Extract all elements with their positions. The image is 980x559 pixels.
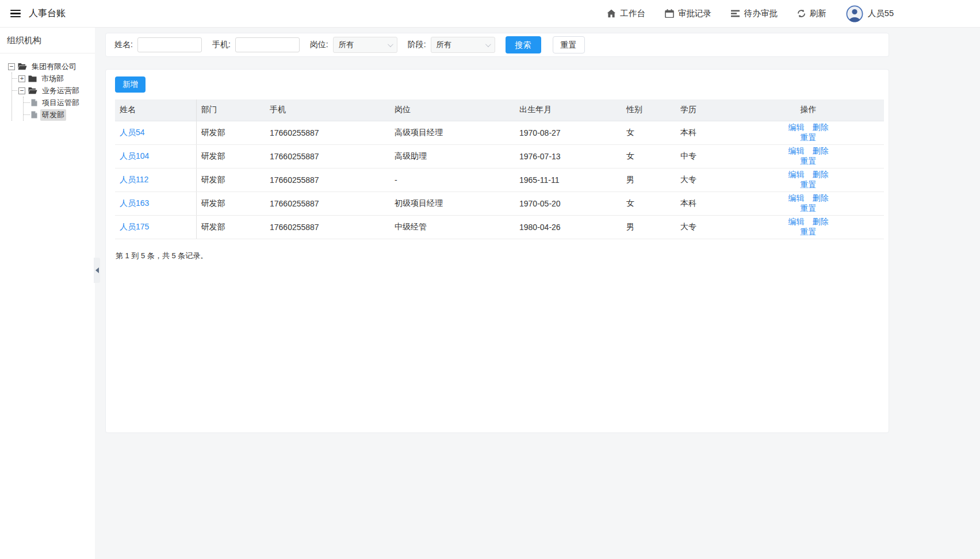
edit-link[interactable]: 编辑	[788, 122, 805, 132]
cell-dept: 研发部	[196, 169, 265, 192]
col-header-education: 学历	[676, 99, 774, 121]
tree-node-label[interactable]: 研发部	[40, 109, 66, 121]
reset-button[interactable]: 重置	[553, 36, 585, 53]
tree-node-rnd-dept[interactable]: 研发部	[24, 109, 93, 121]
file-icon	[31, 111, 37, 118]
personnel-table: 姓名 部门 手机 岗位 出生年月 性别 学历 操作 人员54 研发部 17660…	[115, 99, 884, 240]
tree-node-label[interactable]: 市场部	[40, 73, 66, 85]
expand-toggle-icon[interactable]: +	[18, 75, 25, 82]
cell-birth: 1970-08-27	[515, 121, 622, 145]
reset-link[interactable]: 重置	[801, 227, 817, 236]
top-navbar: 人事台账 工作台 审批记录 待办审批 刷新	[0, 0, 980, 28]
col-header-birth: 出生年月	[515, 99, 622, 121]
stage-filter-label: 阶段:	[408, 40, 426, 50]
sidebar-org: 组织机构 − 集团有限公司 + 市场部 − 业务运营部	[0, 28, 95, 559]
person-link[interactable]: 人员163	[120, 198, 149, 208]
name-filter-label: 姓名:	[114, 40, 133, 50]
table-row: 人员163 研发部 17660255887 初级项目经理 1970-05-20 …	[115, 192, 884, 216]
personnel-panel: 新增 姓名 部门 手机 岗位 出生年月 性别 学历 操作	[105, 69, 889, 433]
tree-node-business-ops[interactable]: − 业务运营部	[12, 85, 93, 97]
nav-item-label: 待办审批	[744, 8, 778, 19]
tree-node-label[interactable]: 集团有限公司	[30, 61, 78, 72]
nav-item-approval-records[interactable]: 审批记录	[665, 8, 711, 19]
reset-link[interactable]: 重置	[801, 204, 817, 213]
table-header-row: 姓名 部门 手机 岗位 出生年月 性别 学历 操作	[115, 99, 884, 121]
reset-link[interactable]: 重置	[801, 156, 817, 166]
cell-gender: 女	[622, 145, 676, 169]
cell-dept: 研发部	[196, 192, 265, 216]
cell-position: 初级项目经理	[390, 192, 515, 216]
col-header-gender: 性别	[622, 99, 676, 121]
edit-link[interactable]: 编辑	[788, 217, 805, 226]
tree-node-company[interactable]: − 集团有限公司	[0, 60, 93, 72]
edit-link[interactable]: 编辑	[788, 146, 805, 155]
cell-dept: 研发部	[196, 216, 265, 239]
record-count-summary: 第 1 到 5 条，共 5 条记录。	[116, 251, 879, 261]
delete-link[interactable]: 删除	[813, 170, 829, 179]
nav-item-workbench[interactable]: 工作台	[607, 8, 645, 19]
tree-node-project-mgmt[interactable]: 项目运管部	[24, 97, 93, 109]
table-row: 人员104 研发部 17660255887 高级助理 1976-07-13 女 …	[115, 145, 884, 169]
nav-item-pending-approvals[interactable]: 待办审批	[731, 8, 778, 19]
cell-phone: 17660255887	[265, 192, 390, 216]
reset-link[interactable]: 重置	[801, 133, 817, 142]
delete-link[interactable]: 删除	[813, 122, 829, 132]
avatar	[846, 5, 863, 22]
collapse-toggle-icon[interactable]: −	[8, 63, 15, 70]
person-link[interactable]: 人员104	[120, 151, 149, 160]
main-content: 姓名: 手机: 岗位: 所有 阶段: 所有 搜索 重置 新增	[95, 28, 980, 559]
stage-filter-value: 所有	[437, 40, 451, 50]
nav-item-label: 刷新	[810, 8, 826, 19]
file-icon	[31, 99, 37, 106]
folder-closed-icon	[28, 75, 37, 82]
cell-phone: 17660255887	[265, 121, 390, 145]
folder-open-icon	[28, 87, 37, 94]
tree-node-label[interactable]: 业务运营部	[40, 85, 81, 97]
cell-position: 中级经管	[390, 216, 515, 239]
calendar-icon	[665, 9, 674, 18]
stage-filter-select[interactable]: 所有	[431, 37, 495, 53]
cell-gender: 男	[622, 169, 676, 192]
refresh-icon	[797, 9, 806, 18]
cell-birth: 1976-07-13	[515, 145, 622, 169]
cell-dept: 研发部	[196, 121, 265, 145]
position-filter-value: 所有	[339, 40, 354, 50]
cell-position: -	[390, 169, 515, 192]
edit-link[interactable]: 编辑	[788, 193, 805, 202]
user-menu[interactable]: 人员55	[846, 5, 894, 22]
nav-item-refresh[interactable]: 刷新	[797, 8, 826, 19]
app-title: 人事台账	[29, 7, 66, 20]
person-link[interactable]: 人员54	[120, 128, 145, 137]
add-button[interactable]: 新增	[115, 76, 146, 93]
cell-birth: 1965-11-11	[515, 169, 622, 192]
search-button[interactable]: 搜索	[506, 36, 541, 53]
edit-link[interactable]: 编辑	[788, 170, 805, 179]
collapse-toggle-icon[interactable]: −	[18, 87, 25, 94]
cell-phone: 17660255887	[265, 216, 390, 239]
delete-link[interactable]: 删除	[813, 146, 829, 155]
tree-node-label[interactable]: 项目运管部	[40, 97, 81, 109]
position-filter-label: 岗位:	[310, 40, 328, 50]
col-header-name: 姓名	[115, 99, 196, 121]
user-name: 人员55	[868, 8, 894, 19]
delete-link[interactable]: 删除	[813, 193, 829, 202]
menu-toggle-icon[interactable]	[10, 10, 21, 18]
delete-link[interactable]: 删除	[813, 217, 829, 226]
person-link[interactable]: 人员175	[120, 222, 149, 231]
chevron-down-icon	[388, 41, 393, 47]
phone-filter-input[interactable]	[235, 37, 300, 52]
col-header-operations: 操作	[774, 99, 884, 121]
cell-position: 高级助理	[390, 145, 515, 169]
cell-education: 大专	[676, 216, 774, 239]
reset-link[interactable]: 重置	[801, 180, 817, 189]
cell-education: 大专	[676, 169, 774, 192]
sidebar-title: 组织机构	[0, 28, 95, 53]
cell-dept: 研发部	[196, 145, 265, 169]
person-link[interactable]: 人员112	[120, 175, 148, 184]
tree-node-marketing[interactable]: + 市场部	[12, 72, 93, 85]
cell-phone: 17660255887	[265, 145, 390, 169]
nav-item-label: 工作台	[620, 8, 645, 19]
col-header-phone: 手机	[265, 99, 390, 121]
position-filter-select[interactable]: 所有	[333, 37, 397, 53]
name-filter-input[interactable]	[137, 37, 202, 52]
